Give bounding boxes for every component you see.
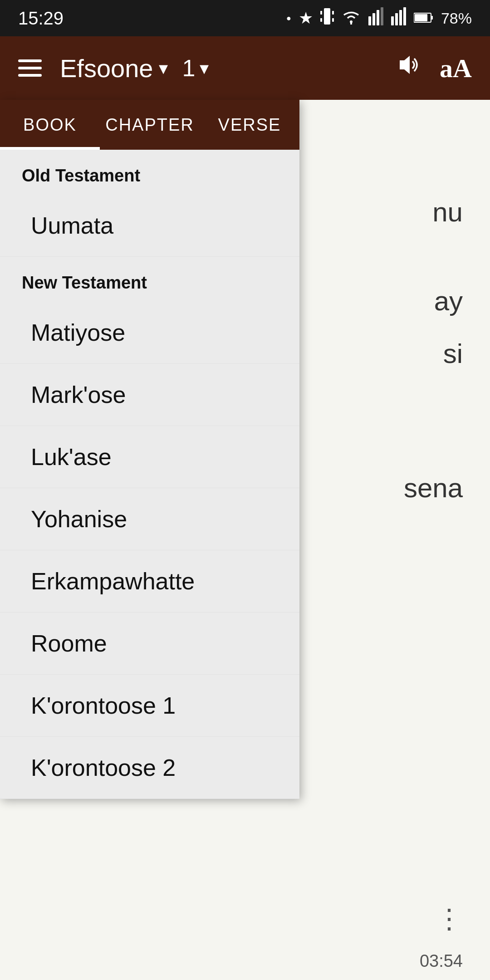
signal2-icon: [391, 7, 407, 29]
app-bar-actions: aA: [396, 52, 472, 84]
bg-line4: sena: [404, 466, 463, 510]
bg-line2: ay: [404, 279, 463, 323]
svg-rect-10: [391, 16, 394, 25]
battery-text: 78%: [441, 10, 472, 27]
volume-button[interactable]: [396, 52, 421, 84]
book-item-yohanise[interactable]: Yohanise: [0, 488, 299, 550]
svg-rect-9: [381, 7, 383, 25]
svg-rect-16: [415, 14, 427, 21]
book-dropdown-icon[interactable]: ▾: [159, 58, 168, 78]
chapter-selector[interactable]: 1 ▾: [182, 54, 209, 82]
book-list: Old Testament Uumata New Testament Matiy…: [0, 150, 299, 799]
bg-text: nu ay si sena: [404, 191, 463, 510]
svg-rect-13: [403, 7, 406, 25]
book-item-matiyose[interactable]: Matiyose: [0, 302, 299, 364]
wifi-icon: [341, 8, 361, 29]
svg-rect-1: [320, 11, 322, 15]
bottom-time: 03:54: [420, 951, 463, 971]
book-item-lukase[interactable]: Luk'ase: [0, 426, 299, 488]
dot-icon: ●: [286, 14, 291, 23]
background-content: nu ay si sena ⋮ 03:54 BOOK CHAPTER VERSE…: [0, 100, 490, 980]
bg-line1: nu: [404, 191, 463, 234]
svg-rect-4: [332, 18, 334, 22]
battery-icon: [414, 9, 434, 28]
book-item-erkampawhatte[interactable]: Erkampawhatte: [0, 550, 299, 612]
tab-verse-label: VERSE: [218, 115, 281, 135]
book-item-korontoose2[interactable]: K'orontoose 2: [0, 737, 299, 799]
navigation-dropdown: BOOK CHAPTER VERSE Old Testament Uumata …: [0, 100, 299, 799]
svg-marker-17: [400, 56, 410, 74]
hamburger-menu-button[interactable]: [18, 59, 42, 77]
bluetooth-icon: ★: [299, 9, 313, 28]
bg-line3: si: [404, 332, 463, 376]
tab-chapter[interactable]: CHAPTER: [100, 100, 200, 150]
book-item-roome[interactable]: Roome: [0, 612, 299, 675]
app-bar: Efsoone ▾ 1 ▾ aA: [0, 36, 490, 100]
book-title: Efsoone: [60, 54, 153, 83]
book-item-markose[interactable]: Mark'ose: [0, 364, 299, 426]
tab-verse[interactable]: VERSE: [200, 100, 299, 150]
svg-rect-8: [377, 10, 379, 25]
svg-rect-3: [320, 18, 322, 22]
tab-book[interactable]: BOOK: [0, 100, 100, 150]
font-size-button[interactable]: aA: [440, 53, 472, 83]
svg-rect-15: [431, 16, 433, 20]
tab-chapter-label: CHAPTER: [105, 115, 194, 135]
navigation-tabs: BOOK CHAPTER VERSE: [0, 100, 299, 150]
old-testament-header: Old Testament: [0, 150, 299, 195]
svg-rect-11: [395, 13, 398, 25]
app-bar-title: Efsoone ▾ 1 ▾: [60, 54, 378, 83]
vibrate-icon: [320, 6, 334, 30]
status-bar: 15:29 ● ★: [0, 0, 490, 36]
svg-point-5: [350, 20, 353, 23]
svg-rect-0: [324, 8, 330, 24]
new-testament-header: New Testament: [0, 257, 299, 302]
more-options-button[interactable]: ⋮: [436, 903, 463, 935]
book-item-korontoose1[interactable]: K'orontoose 1: [0, 675, 299, 737]
tab-book-label: BOOK: [23, 115, 77, 135]
svg-rect-2: [332, 11, 334, 15]
svg-rect-12: [399, 10, 402, 25]
status-time: 15:29: [18, 8, 64, 29]
status-icons: ● ★: [286, 6, 472, 30]
chapter-number: 1: [182, 54, 196, 82]
chapter-dropdown-icon[interactable]: ▾: [200, 58, 209, 78]
book-item-uumata[interactable]: Uumata: [0, 195, 299, 257]
signal1-icon: [368, 7, 384, 29]
svg-rect-7: [372, 13, 375, 25]
svg-rect-6: [368, 16, 371, 25]
